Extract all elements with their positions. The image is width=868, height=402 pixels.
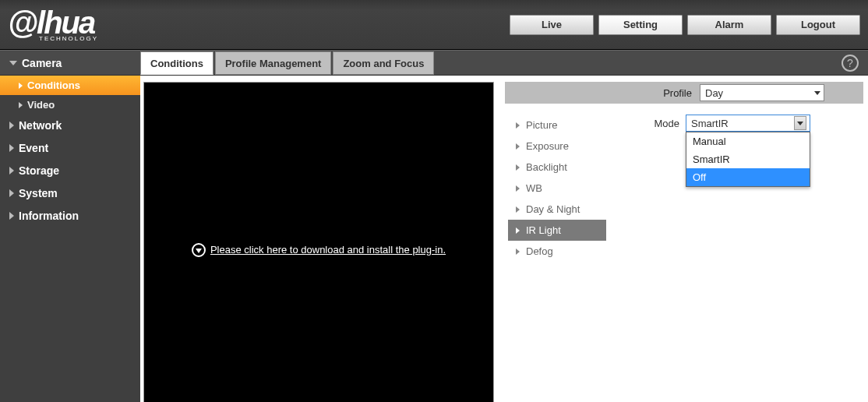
- nav-setting[interactable]: Setting: [598, 15, 683, 35]
- sidebar-item-video[interactable]: Video: [0, 95, 140, 115]
- sidebar-item-system[interactable]: System: [0, 182, 140, 205]
- help-icon[interactable]: ?: [842, 55, 859, 72]
- nav-live[interactable]: Live: [510, 15, 594, 35]
- sidebar-camera-label: Camera: [22, 57, 62, 69]
- category-label: WB: [526, 182, 542, 194]
- chevron-right-icon: [19, 102, 23, 108]
- mode-row: Mode SmartIR Manual SmartIR Off: [633, 115, 863, 132]
- tab-profile-management[interactable]: Profile Management: [215, 51, 332, 75]
- category-picture[interactable]: Picture: [508, 115, 606, 136]
- category-wb[interactable]: WB: [508, 178, 606, 199]
- chevron-right-icon: [516, 249, 520, 255]
- category-day-night[interactable]: Day & Night: [508, 199, 606, 220]
- sidebar: Conditions Video Network Event Storage S…: [0, 76, 140, 402]
- sidebar-item-storage[interactable]: Storage: [0, 160, 140, 182]
- sidebar-header-camera[interactable]: Camera: [0, 51, 140, 75]
- profile-row: Profile Day: [505, 82, 863, 104]
- mode-dropdown-head[interactable]: SmartIR: [686, 115, 810, 132]
- sidebar-item-event[interactable]: Event: [0, 137, 140, 160]
- mode-dropdown-list: Manual SmartIR Off: [686, 132, 810, 187]
- chevron-right-icon: [9, 212, 14, 220]
- category-exposure[interactable]: Exposure: [508, 136, 606, 157]
- sidebar-item-label: Network: [19, 119, 62, 132]
- main: Conditions Video Network Event Storage S…: [0, 76, 868, 402]
- chevron-right-icon: [516, 164, 520, 171]
- category-backlight[interactable]: Backlight: [508, 157, 606, 178]
- category-label: Day & Night: [526, 203, 580, 215]
- settings-panel: Profile Day Picture Exposure Backlight W…: [505, 82, 863, 262]
- mode-label: Mode: [633, 118, 679, 129]
- profile-value: Day: [705, 87, 723, 99]
- chevron-down-icon: [814, 91, 820, 95]
- chevron-down-icon: [797, 122, 803, 125]
- mode-dropdown[interactable]: SmartIR Manual SmartIR Off: [686, 115, 810, 132]
- mode-option-manual[interactable]: Manual: [686, 132, 810, 150]
- category-label: Backlight: [526, 161, 567, 173]
- chevron-down-icon: [9, 61, 17, 65]
- chevron-right-icon: [9, 167, 14, 175]
- sidebar-item-label: System: [19, 187, 58, 199]
- sidebar-item-label: Storage: [19, 164, 59, 177]
- profile-select[interactable]: Day: [700, 84, 824, 101]
- category-list: Picture Exposure Backlight WB Day & Nigh…: [505, 115, 606, 262]
- chevron-right-icon: [516, 143, 520, 150]
- chevron-right-icon: [19, 83, 23, 89]
- brand-tagline: TECHNOLOGY: [39, 35, 98, 42]
- category-label: Exposure: [526, 140, 569, 152]
- category-label: Defog: [526, 245, 553, 257]
- video-preview: Please click here to download and instal…: [143, 82, 494, 402]
- chevron-right-icon: [516, 122, 520, 129]
- sidebar-item-label: Video: [27, 99, 55, 111]
- sidebar-item-label: Information: [19, 210, 79, 222]
- category-defog[interactable]: Defog: [508, 241, 606, 262]
- chevron-right-icon: [9, 122, 14, 129]
- brand-logo: @lhua TECHNOLOGY: [8, 7, 98, 42]
- category-label: Picture: [526, 119, 557, 131]
- chevron-right-icon: [516, 227, 520, 234]
- sidebar-item-information[interactable]: Information: [0, 205, 140, 227]
- topbar: @lhua TECHNOLOGY Live Setting Alarm Logo…: [0, 0, 868, 50]
- tab-strip: Conditions Profile Management Zoom and F…: [140, 51, 436, 75]
- chevron-right-icon: [516, 185, 520, 192]
- midrow: Camera Conditions Profile Management Zoo…: [0, 50, 868, 76]
- nav-alarm[interactable]: Alarm: [687, 15, 771, 35]
- top-nav: Live Setting Alarm Logout: [510, 15, 860, 35]
- dropdown-toggle[interactable]: [794, 116, 806, 130]
- sidebar-item-conditions[interactable]: Conditions: [0, 76, 140, 95]
- settings-form: Mode SmartIR Manual SmartIR Off: [606, 115, 863, 262]
- category-label: IR Light: [526, 224, 561, 236]
- mode-value: SmartIR: [691, 118, 729, 129]
- content-area: Please click here to download and instal…: [140, 76, 868, 402]
- nav-logout[interactable]: Logout: [776, 15, 860, 35]
- sidebar-item-label: Event: [19, 142, 48, 154]
- mode-option-smartir[interactable]: SmartIR: [686, 150, 810, 168]
- profile-label: Profile: [513, 87, 695, 99]
- plugin-download-link[interactable]: Please click here to download and instal…: [144, 83, 493, 402]
- download-icon: [192, 243, 206, 257]
- category-ir-light[interactable]: IR Light: [508, 220, 606, 241]
- chevron-right-icon: [9, 189, 14, 197]
- chevron-right-icon: [9, 144, 14, 152]
- chevron-right-icon: [516, 206, 520, 213]
- settings-columns: Picture Exposure Backlight WB Day & Nigh…: [505, 115, 863, 262]
- plugin-download-text: Please click here to download and instal…: [210, 244, 446, 256]
- mode-option-off[interactable]: Off: [686, 168, 810, 186]
- sidebar-item-label: Conditions: [27, 79, 80, 91]
- sidebar-item-network[interactable]: Network: [0, 115, 140, 137]
- tab-conditions[interactable]: Conditions: [140, 51, 213, 75]
- tab-zoom-focus[interactable]: Zoom and Focus: [333, 51, 434, 75]
